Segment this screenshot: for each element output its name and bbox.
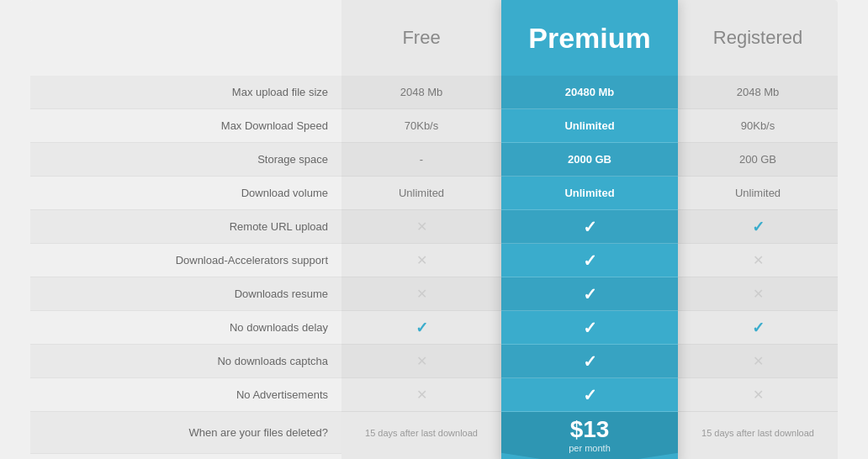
premium-per-month: per month xyxy=(569,443,611,453)
premium-no-captcha: ✓ xyxy=(501,345,678,378)
plan-free: Free 2048 Mb 70Kb/s - Unlimited ✕ ✕ ✕ xyxy=(341,0,501,459)
check-icon: ✓ xyxy=(583,251,597,271)
feature-max-upload: Max upload file size xyxy=(30,76,341,109)
registered-header: Registered xyxy=(678,0,838,76)
free-storage: - xyxy=(341,143,501,177)
premium-resume: ✓ xyxy=(501,277,678,311)
free-no-ads: ✕ xyxy=(341,378,501,412)
premium-no-delay: ✓ xyxy=(501,311,678,345)
free-accelerators: ✕ xyxy=(341,244,501,277)
table-wrapper: Max upload file size Max Download Speed … xyxy=(30,0,838,459)
premium-price-arrow: $13 per month xyxy=(501,412,678,459)
check-icon: ✓ xyxy=(583,351,597,372)
feature-no-captcha: No downloads captcha xyxy=(30,345,341,378)
feature-labels-column: Max upload file size Max Download Speed … xyxy=(30,0,341,459)
feature-max-download-speed: Max Download Speed xyxy=(30,109,341,143)
free-max-upload: 2048 Mb xyxy=(341,76,501,109)
free-no-delay: ✓ xyxy=(341,311,501,345)
premium-storage: 2000 GB xyxy=(501,143,678,177)
registered-no-ads: ✕ xyxy=(678,378,838,412)
premium-title: Premium xyxy=(528,22,651,55)
cross-icon: ✕ xyxy=(416,353,427,369)
premium-download-volume: Unlimited xyxy=(501,177,678,210)
premium-max-upload: 20480 Mb xyxy=(501,76,678,109)
cross-icon: ✕ xyxy=(416,387,427,403)
check-icon: ✓ xyxy=(752,218,765,236)
feature-files-deleted: When are your files deleted? xyxy=(30,412,341,454)
registered-resume: ✕ xyxy=(678,277,838,311)
cross-icon: ✕ xyxy=(753,387,764,403)
check-icon: ✓ xyxy=(583,284,597,304)
free-no-captcha: ✕ xyxy=(341,345,501,378)
premium-no-ads: ✓ xyxy=(501,378,678,412)
feature-remote-url: Remote URL upload xyxy=(30,210,341,244)
free-resume: ✕ xyxy=(341,277,501,311)
feature-no-ads: No Advertisements xyxy=(30,378,341,412)
premium-accelerators: ✓ xyxy=(501,244,678,277)
check-icon: ✓ xyxy=(583,217,597,237)
plan-registered: Registered 2048 Mb 90Kb/s 200 GB Unlimit… xyxy=(678,0,838,459)
labels-header xyxy=(30,0,341,76)
feature-accelerators: Download-Accelerators support xyxy=(30,244,341,277)
cross-icon: ✕ xyxy=(753,286,764,302)
check-icon: ✓ xyxy=(415,319,428,337)
free-header: Free xyxy=(341,0,501,76)
feature-storage-space: Storage space xyxy=(30,143,341,177)
free-max-download: 70Kb/s xyxy=(341,109,501,143)
registered-max-upload: 2048 Mb xyxy=(678,76,838,109)
check-icon: ✓ xyxy=(583,318,597,338)
premium-price: $13 xyxy=(570,417,610,443)
cross-icon: ✕ xyxy=(416,252,427,268)
plan-premium: Premium 20480 Mb Unlimited 2000 GB Unlim… xyxy=(501,0,678,459)
registered-no-delay: ✓ xyxy=(678,311,838,345)
registered-max-download: 90Kb/s xyxy=(678,109,838,143)
free-title: Free xyxy=(402,27,440,49)
feature-no-delay: No downloads delay xyxy=(30,311,341,345)
registered-download-volume: Unlimited xyxy=(678,177,838,210)
premium-footer: $13 per month xyxy=(501,412,678,459)
free-footer: 15 days after last download xyxy=(341,412,501,454)
premium-max-download: Unlimited xyxy=(501,109,678,143)
cross-icon: ✕ xyxy=(753,252,764,268)
registered-remote-url: ✓ xyxy=(678,210,838,244)
feature-download-volume: Download volume xyxy=(30,177,341,210)
cross-icon: ✕ xyxy=(416,219,427,235)
cross-icon: ✕ xyxy=(416,286,427,302)
registered-accelerators: ✕ xyxy=(678,244,838,277)
premium-remote-url: ✓ xyxy=(501,210,678,244)
free-remote-url: ✕ xyxy=(341,210,501,244)
feature-downloads-resume: Downloads resume xyxy=(30,277,341,311)
registered-footer: 15 days after last download xyxy=(678,412,838,454)
check-icon: ✓ xyxy=(583,385,597,405)
registered-no-captcha: ✕ xyxy=(678,345,838,378)
free-download-volume: Unlimited xyxy=(341,177,501,210)
registered-storage: 200 GB xyxy=(678,143,838,177)
cross-icon: ✕ xyxy=(753,353,764,369)
premium-header: Premium xyxy=(501,0,678,76)
pricing-table: Max upload file size Max Download Speed … xyxy=(30,0,838,459)
registered-title: Registered xyxy=(713,27,802,49)
check-icon: ✓ xyxy=(752,319,765,337)
